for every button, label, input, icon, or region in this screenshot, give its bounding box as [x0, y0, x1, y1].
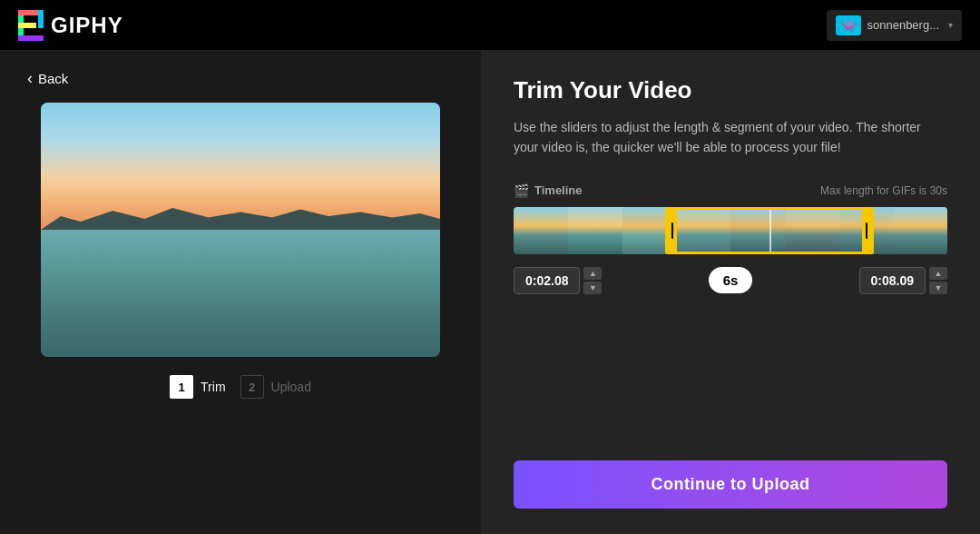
svg-rect-3 — [18, 23, 36, 28]
back-label: Back — [38, 71, 68, 86]
panel-description: Use the sliders to adjust the length & s… — [514, 117, 947, 158]
back-button[interactable]: ‹ Back — [27, 69, 68, 88]
end-time-spinners[interactable]: ▲ ▼ — [929, 267, 947, 294]
user-name: sonnenberg... — [867, 18, 939, 32]
avatar-icon: 👾 — [841, 18, 857, 33]
video-ocean — [41, 230, 440, 357]
step-2-label: Upload — [271, 380, 311, 394]
step-upload: 2 Upload — [240, 375, 311, 399]
end-time-down[interactable]: ▼ — [929, 282, 947, 294]
user-avatar: 👾 — [836, 15, 861, 35]
timeline-label: 🎬 Timeline — [514, 183, 583, 198]
timeline-handle-left[interactable] — [668, 210, 677, 252]
chevron-down-icon: ▾ — [948, 20, 953, 30]
logo-icon — [18, 10, 44, 41]
main-layout: ‹ Back 1 Trim 2 Upload Trim Your — [0, 51, 980, 534]
svg-rect-4 — [18, 35, 44, 41]
logo-text: GIPHY — [51, 13, 123, 38]
logo: GIPHY — [18, 10, 123, 41]
start-time-down[interactable]: ▼ — [583, 282, 602, 294]
timeline-playhead — [769, 210, 771, 252]
start-time-up[interactable]: ▲ — [583, 267, 602, 280]
left-panel: ‹ Back 1 Trim 2 Upload — [0, 51, 481, 534]
continue-to-upload-button[interactable]: Continue to Upload — [514, 460, 947, 509]
start-time-input[interactable]: 0:02.08 ▲ ▼ — [514, 267, 602, 294]
start-time-value: 0:02.08 — [514, 267, 580, 294]
timeline-handle-right[interactable] — [862, 210, 871, 252]
end-time-input[interactable]: 0:08.09 ▲ ▼ — [859, 267, 947, 294]
steps-indicator: 1 Trim 2 Upload — [170, 375, 311, 399]
back-arrow-icon: ‹ — [27, 69, 33, 88]
step-1-label: Trim — [201, 380, 225, 394]
end-time-up[interactable]: ▲ — [929, 267, 947, 280]
timeline-frame-8 — [893, 207, 947, 254]
step-trim: 1 Trim — [170, 375, 225, 399]
start-time-spinners[interactable]: ▲ ▼ — [583, 267, 602, 294]
step-1-num: 1 — [170, 375, 193, 399]
timeline-frame-2 — [568, 207, 622, 254]
timeline-strip[interactable] — [514, 207, 947, 254]
max-length-note: Max length for GIFs is 30s — [820, 184, 947, 197]
handle-bar-right — [866, 222, 867, 239]
svg-rect-2 — [38, 10, 44, 28]
timeline-text: Timeline — [534, 183, 583, 197]
time-controls: 0:02.08 ▲ ▼ 6s 0:08.09 ▲ ▼ — [514, 267, 947, 294]
step-2-num: 2 — [240, 375, 264, 399]
camera-icon: 🎬 — [514, 183, 529, 198]
panel-title: Trim Your Video — [514, 76, 947, 104]
timeline-frame-1 — [514, 207, 568, 254]
video-sky — [41, 103, 440, 230]
user-menu[interactable]: 👾 sonnenberg... ▾ — [827, 10, 962, 41]
handle-bar-left — [671, 222, 673, 239]
duration-badge: 6s — [709, 267, 753, 293]
end-time-value: 0:08.09 — [859, 267, 926, 294]
timeline-header: 🎬 Timeline Max length for GIFs is 30s — [514, 183, 947, 198]
right-panel: Trim Your Video Use the sliders to adjus… — [481, 51, 980, 534]
timeline-selection[interactable] — [665, 207, 873, 254]
app-header: GIPHY 👾 sonnenberg... ▾ — [0, 0, 980, 51]
video-preview — [41, 103, 440, 357]
